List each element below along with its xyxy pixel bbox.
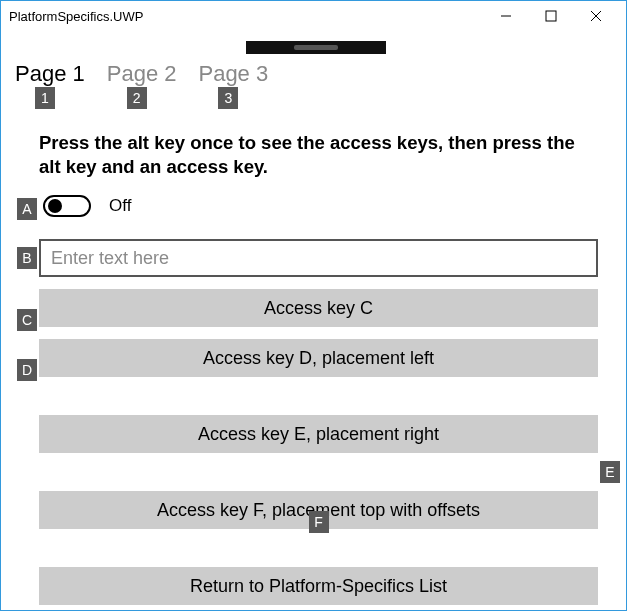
key-tip: A <box>17 198 37 220</box>
window-title: PlatformSpecifics.UWP <box>9 9 143 24</box>
button-label: Return to Platform-Specifics List <box>190 576 447 597</box>
toggle-switch[interactable] <box>43 195 91 217</box>
button-label: Access key E, placement right <box>198 424 439 445</box>
access-key-d-button[interactable]: Access key D, placement left <box>39 339 598 377</box>
button-label: Access key D, placement left <box>203 348 434 369</box>
key-tip: 3 <box>218 87 238 109</box>
key-tip: C <box>17 309 37 331</box>
key-tip: F <box>309 511 329 533</box>
return-button[interactable]: Return to Platform-Specifics List <box>39 567 598 605</box>
key-tip: D <box>17 359 37 381</box>
toggle-row: Off <box>39 195 598 217</box>
key-tip: E <box>600 461 620 483</box>
instruction-text: Press the alt key once to see the access… <box>39 131 598 179</box>
key-tip: 1 <box>35 87 55 109</box>
toggle-state-label: Off <box>109 196 131 216</box>
tab-strip: Page 1 1 Page 2 2 Page 3 3 <box>15 61 268 89</box>
tab-page-1[interactable]: Page 1 1 <box>15 61 85 89</box>
text-entry-input[interactable] <box>39 239 598 277</box>
debug-bar <box>246 41 386 54</box>
svg-rect-1 <box>546 11 556 21</box>
key-tip: B <box>17 247 37 269</box>
tab-page-3[interactable]: Page 3 3 <box>198 61 268 89</box>
titlebar: PlatformSpecifics.UWP <box>1 1 626 31</box>
tab-page-2[interactable]: Page 2 2 <box>107 61 177 89</box>
close-button[interactable] <box>573 2 618 30</box>
access-key-c-button[interactable]: Access key C <box>39 289 598 327</box>
maximize-button[interactable] <box>528 2 573 30</box>
tab-label: Page 2 <box>107 61 177 86</box>
content-area: Press the alt key once to see the access… <box>39 131 598 605</box>
minimize-button[interactable] <box>483 2 528 30</box>
tab-label: Page 3 <box>198 61 268 86</box>
button-label: Access key C <box>264 298 373 319</box>
access-key-e-button[interactable]: Access key E, placement right <box>39 415 598 453</box>
toggle-knob <box>48 199 62 213</box>
key-tip: 2 <box>127 87 147 109</box>
tab-label: Page 1 <box>15 61 85 86</box>
